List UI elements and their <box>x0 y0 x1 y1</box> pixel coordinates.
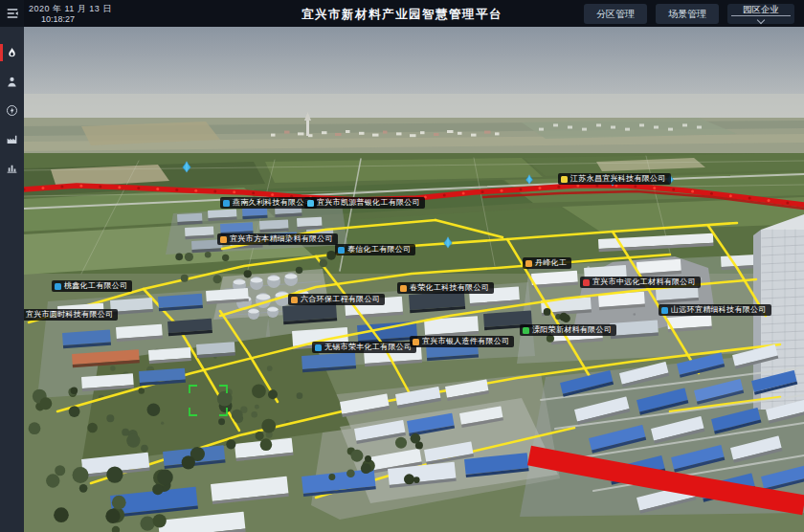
company-label-text: 宜兴市银人造件有限公司 <box>422 338 509 345</box>
sidebar-item-enterprise[interactable] <box>0 128 24 149</box>
map-company-label[interactable]: 春荣化工科技有限公司 <box>397 282 494 294</box>
company-marker-icon <box>583 279 590 286</box>
collapse-menu-icon <box>6 7 19 20</box>
company-label-text: 六合环保工程有限公司 <box>301 296 380 303</box>
sidebar-item-energy[interactable] <box>0 100 24 121</box>
map-company-label[interactable]: 宜兴市凯源普银化工有限公司 <box>304 197 425 209</box>
sidebar-item-statistics[interactable] <box>0 157 24 178</box>
company-label-text: 桃鑫化工有限公司 <box>64 282 127 290</box>
sidebar-item-fire[interactable] <box>0 42 24 63</box>
map-company-label[interactable]: 山远环宜精细科技有限公司 <box>659 304 771 316</box>
scene-management-button[interactable]: 场景管理 <box>656 4 719 24</box>
map-company-label[interactable]: 桃鑫化工有限公司 <box>52 280 132 292</box>
factory-icon <box>6 133 18 145</box>
company-marker-icon <box>291 297 298 303</box>
company-label-text: 春荣化工科技有限公司 <box>410 284 489 292</box>
company-label-text: 宜兴市方本精细染料有限公司 <box>230 235 333 243</box>
company-marker-icon <box>400 285 407 292</box>
map-company-label[interactable]: 江苏永昌宜兴科技有限公司 <box>558 173 671 185</box>
company-marker-icon <box>413 339 419 345</box>
company-label-text: 燕南久利科技有限公司 <box>233 199 312 207</box>
company-marker-icon <box>315 344 322 351</box>
sidebar <box>0 0 24 532</box>
app-window: 2020 年 11 月 13 日 10:18:27 宜兴市新材料产业园智慧管理平… <box>0 0 804 532</box>
bolt-icon <box>6 104 18 117</box>
company-marker-icon <box>561 176 568 183</box>
map-company-label[interactable]: 丹峰化工 <box>523 257 571 269</box>
company-marker-icon <box>338 247 345 254</box>
map-company-label[interactable]: 无锡市荣丰化工有限公司 <box>312 342 416 353</box>
company-label-text: 宜兴市圆时科技有限公司 <box>26 311 113 319</box>
company-marker-icon <box>55 283 61 290</box>
map-company-label[interactable]: 六合环保工程有限公司 <box>288 294 385 305</box>
sidebar-items <box>0 42 24 178</box>
page-title: 宜兴市新材料产业园智慧管理平台 <box>302 7 502 23</box>
current-time: 10:18:27 <box>41 14 75 24</box>
company-label-text: 江苏永昌宜兴科技有限公司 <box>570 175 666 183</box>
company-marker-icon <box>307 200 314 207</box>
company-label-text: 无锡市荣丰化工有限公司 <box>324 344 412 351</box>
company-label-text: 溧阳荣新材料有限公司 <box>532 326 612 334</box>
flame-icon <box>6 47 18 59</box>
company-marker-icon <box>223 200 230 207</box>
zone-management-button[interactable]: 分区管理 <box>584 4 647 24</box>
park-enterprise-dropdown-label: 园区企业 <box>731 5 791 16</box>
company-marker-icon <box>523 327 529 334</box>
company-marker-icon <box>525 260 532 267</box>
company-label-text: 山远环宜精细科技有限公司 <box>671 306 767 314</box>
person-icon <box>6 76 18 88</box>
map-company-label[interactable]: 宜兴市中远化工材料有限公司 <box>580 277 701 288</box>
map-company-label[interactable]: 宜兴市圆时科技有限公司 <box>24 309 118 321</box>
map-company-label[interactable]: 燕南久利科技有限公司 <box>220 197 317 209</box>
bar-chart-icon <box>6 162 18 174</box>
header-bar: 2020 年 11 月 13 日 10:18:27 宜兴市新材料产业园智慧管理平… <box>0 0 804 27</box>
company-label-text: 丹峰化工 <box>535 259 567 267</box>
park-enterprise-dropdown[interactable]: 园区企业 <box>727 4 794 24</box>
company-marker-icon <box>220 236 227 243</box>
map-company-label[interactable]: 宜兴市方本精细染料有限公司 <box>217 233 338 245</box>
map-company-label[interactable]: 溧阳荣新材料有限公司 <box>520 324 616 336</box>
map-viewport: 燕南久利科技有限公司宜兴市凯源普银化工有限公司宜兴市方本精细染料有限公司泰信化工… <box>24 27 804 532</box>
map-company-label[interactable]: 泰信化工有限公司 <box>335 244 415 255</box>
company-marker-icon <box>661 307 668 314</box>
sidebar-top <box>0 0 24 27</box>
sidebar-item-collapse[interactable] <box>6 3 19 24</box>
map-company-label[interactable]: 宜兴市银人造件有限公司 <box>410 336 514 347</box>
company-label-text: 泰信化工有限公司 <box>347 246 411 254</box>
header-actions: 分区管理 场景管理 园区企业 <box>584 4 794 24</box>
chevron-down-icon <box>757 16 765 24</box>
company-label-text: 宜兴市中远化工材料有限公司 <box>592 278 696 286</box>
sidebar-item-personnel[interactable] <box>0 71 24 92</box>
company-label-text: 宜兴市凯源普银化工有限公司 <box>317 199 420 207</box>
